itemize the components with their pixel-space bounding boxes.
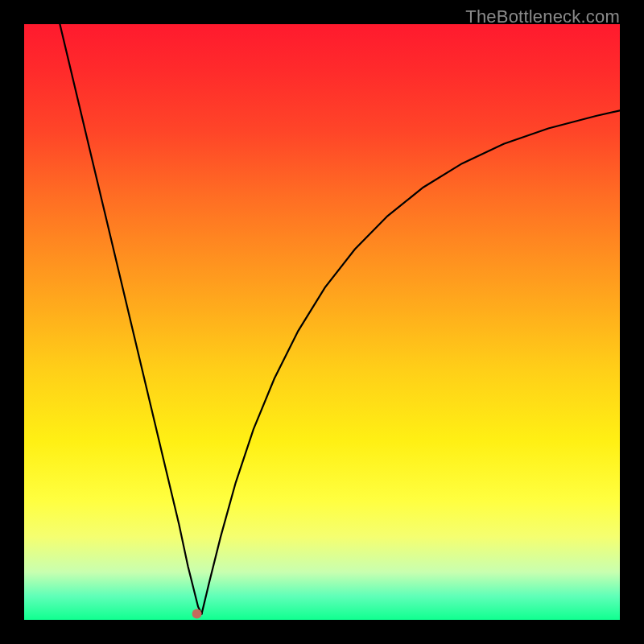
chart-container: TheBottleneck.com: [0, 0, 644, 644]
curve-group: [60, 24, 620, 619]
curve-svg: [24, 24, 620, 620]
bottleneck-curve-left: [60, 24, 201, 614]
bottleneck-curve-right: [202, 110, 620, 613]
optimal-point-marker: [192, 609, 202, 619]
watermark-text: TheBottleneck.com: [465, 6, 620, 27]
plot-area: [24, 24, 620, 620]
